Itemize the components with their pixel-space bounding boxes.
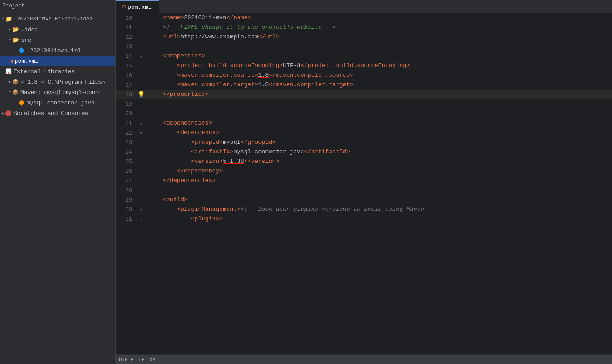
iml-icon: 🔷 [18, 47, 25, 54]
table-row: 17 <maven.compiler.target>1.8</maven.com… [116, 80, 612, 90]
line-number: 12 [116, 32, 137, 42]
line-content: <project.build.sourceEncoding>UTF-8</pro… [145, 61, 612, 71]
line-number: 27 [116, 176, 137, 185]
table-row: 30 ▾ <pluginManagement><!-- lock down pl… [116, 205, 612, 214]
tree-item-maven-mysql[interactable]: 📦 Maven: mysql:mysql-conn [0, 87, 115, 98]
line-gutter[interactable]: ▾ [137, 51, 145, 61]
line-number: 26 [116, 166, 137, 176]
line-content: <groupId>mysql</groupId> [145, 138, 612, 147]
external-libs-label: External Libraries [14, 68, 75, 75]
line-gutter [137, 99, 145, 109]
table-row: 12 <url>http://www.example.com</url> [116, 32, 612, 42]
table-row: 31 ▾ <plugins> [116, 214, 612, 224]
tab-label: pom.xml [128, 4, 152, 10]
pomxml-label: pom.xml [15, 58, 39, 64]
tree-item-pomxml[interactable]: m pom.xml [0, 56, 115, 66]
table-row: 10 <name>20210311-mvn</name> [116, 13, 612, 23]
line-content [145, 109, 612, 118]
line-number: 14 [116, 51, 137, 61]
line-content [145, 185, 612, 195]
bottom-bar: UTF-8 LF XML [116, 354, 612, 364]
line-content: <pluginManagement><!-- lock down plugins… [145, 205, 612, 214]
sidebar: Project 📁 _20210311mvn E:\kb11\idea 📂 .i… [0, 0, 116, 364]
line-gutter[interactable]: 💡 [137, 90, 145, 99]
table-row: 21 ▾ <dependencies> [116, 118, 612, 128]
libs-icon: 📊 [5, 68, 12, 75]
line-gutter [137, 109, 145, 118]
line-number: 13 [116, 42, 137, 51]
table-row: 19 [116, 99, 612, 109]
line-content: <artifactId>mysql-connector-java</artifa… [145, 147, 612, 157]
maven-icon: 📦 [12, 89, 19, 96]
table-row: 20 [116, 109, 612, 118]
table-row: 14 ▾ <properties> [116, 51, 612, 61]
editor: m pom.xml 10 <name>20210311-mvn</name> 1… [116, 0, 612, 364]
arrow-icon [2, 111, 4, 116]
arrow-icon [2, 69, 4, 74]
line-gutter[interactable]: ▾ [137, 128, 145, 138]
status-encoding: UTF-8 [119, 357, 133, 362]
line-number: 11 [116, 23, 137, 32]
scratches-icon [5, 110, 11, 116]
tree-item-project-root[interactable]: 📁 _20210311mvn E:\kb11\idea [0, 14, 115, 24]
table-row: 29 <build> [116, 195, 612, 205]
folder-icon: 📂 [12, 37, 19, 44]
line-content [145, 42, 612, 51]
line-number: 28 [116, 185, 137, 195]
line-gutter[interactable]: ▾ [137, 214, 145, 224]
line-number: 20 [116, 109, 137, 118]
table-row: 24 <artifactId>mysql-connector-java</art… [116, 147, 612, 157]
line-number: 19 [116, 99, 137, 109]
line-content: <maven.compiler.target>1.8</maven.compil… [145, 80, 612, 90]
line-gutter [137, 138, 145, 147]
table-row: 18 💡 </properties> [116, 90, 612, 99]
table-row: 23 <groupId>mysql</groupId> [116, 138, 612, 147]
tab-pomxml[interactable]: m pom.xml [116, 0, 159, 13]
line-gutter [137, 32, 145, 42]
jar-icon: 🔶 [18, 100, 25, 106]
tree-item-idea[interactable]: 📂 .idea [0, 24, 115, 35]
table-row: 22 ▾ <dependency> [116, 128, 612, 138]
tree-item-mysql-connector[interactable]: 🔶 mysql-connector-java- [0, 98, 115, 108]
line-number: 21 [116, 118, 137, 128]
line-number: 15 [116, 61, 137, 71]
tree-item-jdk[interactable]: 📦 < 1.8 > C:\Program Files\ [0, 77, 115, 87]
table-row: 26 </dependency> [116, 166, 612, 176]
line-gutter [137, 176, 145, 185]
line-content: <name>20210311-mvn</name> [145, 13, 612, 23]
folder-icon: 📂 [12, 26, 19, 33]
line-content: <!-- FIXME change it to the project's we… [145, 23, 612, 32]
idea-label: .idea [21, 27, 38, 33]
line-content: <maven.compiler.source>1.8</maven.compil… [145, 71, 612, 80]
arrow-icon [9, 27, 11, 32]
line-content: </dependencies> [145, 176, 612, 185]
line-number: 22 [116, 128, 137, 138]
status-filetype: XML [150, 357, 158, 362]
tree-item-external-libs[interactable]: 📊 External Libraries [0, 66, 115, 77]
code-container[interactable]: 10 <name>20210311-mvn</name> 11 <!-- FIX… [116, 13, 612, 354]
line-gutter [137, 166, 145, 176]
table-row: 28 [116, 185, 612, 195]
table-row: 11 <!-- FIXME change it to the project's… [116, 23, 612, 32]
line-number: 29 [116, 195, 137, 205]
tree-item-scratches[interactable]: Scratches and Consoles [0, 108, 115, 118]
line-number: 30 [116, 205, 137, 214]
tree-item-src[interactable]: 📂 src [0, 35, 115, 45]
line-gutter[interactable]: ▾ [137, 118, 145, 128]
tree-item-iml[interactable]: 🔷 _20210311mvn.iml [0, 45, 115, 56]
table-row: 25 <version>5.1.38</version> [116, 157, 612, 166]
table-row: 13 [116, 42, 612, 51]
line-content: <url>http://www.example.com</url> [145, 32, 612, 42]
line-number: 24 [116, 147, 137, 157]
line-content: <dependencies> [145, 118, 612, 128]
sidebar-header: Project [0, 0, 115, 12]
line-gutter[interactable]: ▾ [137, 205, 145, 214]
line-number: 16 [116, 71, 137, 80]
tree-area: 📁 _20210311mvn E:\kb11\idea 📂 .idea 📂 sr… [0, 12, 115, 364]
line-gutter [137, 71, 145, 80]
line-gutter [137, 157, 145, 166]
line-number: 31 [116, 214, 137, 224]
xml-icon: m [10, 58, 13, 64]
line-number: 23 [116, 138, 137, 147]
line-content: <version>5.1.38</version> [145, 157, 612, 166]
